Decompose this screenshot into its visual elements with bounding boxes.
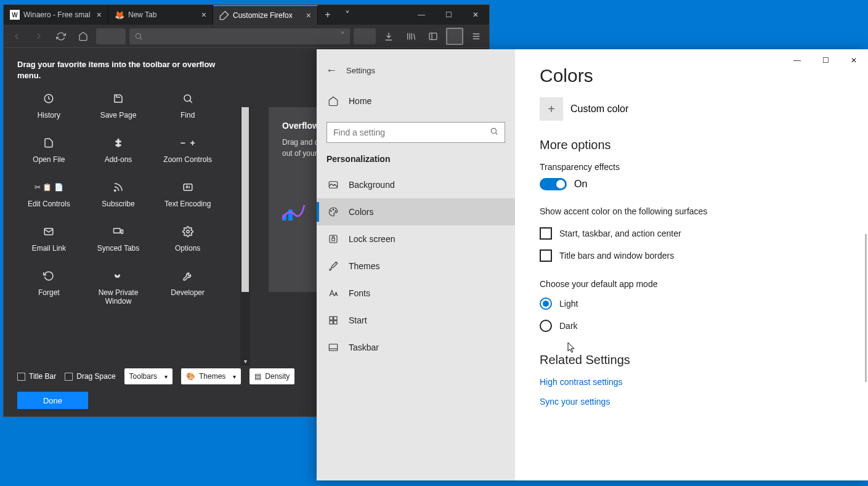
close-icon[interactable]: × <box>306 10 311 20</box>
sidebar-item-home[interactable]: Home <box>317 87 515 115</box>
minimize-button[interactable]: — <box>783 49 811 71</box>
svg-point-0 <box>136 33 140 38</box>
custom-color-button[interactable]: + Custom color <box>540 97 843 121</box>
item-synced-tabs[interactable]: Synced Tabs <box>87 225 150 253</box>
sidebar-item-lockscreen[interactable]: Lock screen <box>317 225 515 253</box>
scrollbar[interactable]: ▾ <box>240 107 250 366</box>
item-find[interactable]: Find <box>156 92 219 119</box>
close-icon[interactable]: × <box>201 10 206 20</box>
item-label: Email Link <box>32 244 66 253</box>
item-options[interactable]: Options <box>156 225 219 253</box>
search-field[interactable] <box>333 128 490 137</box>
palette-icon <box>328 206 339 217</box>
nav-toolbar: ˅ <box>4 25 489 48</box>
radio-light[interactable]: Light <box>540 298 843 310</box>
addons-icon <box>113 137 124 149</box>
nav-label: Taskbar <box>349 342 379 352</box>
item-label: Synced Tabs <box>97 244 140 253</box>
scroll-thumb[interactable] <box>241 107 249 292</box>
search-input[interactable] <box>327 122 505 143</box>
reload-button[interactable] <box>52 27 70 46</box>
select-label: Toolbars <box>129 372 157 381</box>
item-private-window[interactable]: New Private Window <box>87 270 150 306</box>
flex-space[interactable] <box>96 28 126 44</box>
scrollbar[interactable] <box>865 234 867 382</box>
svg-point-9 <box>186 230 189 233</box>
item-history[interactable]: History <box>17 92 81 119</box>
checkbox-label: Title Bar <box>29 372 56 381</box>
menu-button[interactable] <box>467 27 485 46</box>
item-save-page[interactable]: Save Page <box>87 92 150 119</box>
item-edit-controls[interactable]: ✂ 📋 📄Edit Controls <box>17 181 81 208</box>
svg-rect-8 <box>121 230 123 233</box>
sidebar-item-background[interactable]: Background <box>317 171 515 198</box>
themes-select[interactable]: 🎨Themes▾ <box>181 368 241 384</box>
close-icon[interactable]: × <box>97 10 102 20</box>
svg-rect-7 <box>113 229 120 233</box>
tab-winaero[interactable]: W Winaero - Free smal × <box>4 5 108 25</box>
item-label: New Private Window <box>87 288 150 306</box>
svg-rect-11 <box>288 209 293 221</box>
tab-label: Winaero - Free smal <box>23 10 91 19</box>
done-button[interactable]: Done <box>17 392 88 409</box>
account-button[interactable] <box>446 28 463 45</box>
wrench-icon <box>182 270 193 282</box>
sidebar-item-colors[interactable]: Colors <box>317 198 515 225</box>
history-icon <box>43 92 54 105</box>
item-zoom[interactable]: − +Zoom Controls <box>156 137 219 164</box>
sidebar-button[interactable] <box>424 27 442 46</box>
chevron-down-icon[interactable]: ˅ <box>340 30 345 42</box>
radio-dark[interactable]: Dark <box>540 320 843 332</box>
sidebar-item-start[interactable]: Start <box>317 307 515 334</box>
maximize-button[interactable]: ☐ <box>811 49 840 71</box>
nav-label: Themes <box>349 261 380 271</box>
dragspace-checkbox[interactable]: Drag Space <box>65 372 115 381</box>
maximize-button[interactable]: ☐ <box>435 5 462 25</box>
toolbar-items-grid: History Save Page Find Open File Add-ons… <box>17 92 237 306</box>
lock-icon <box>328 233 339 245</box>
item-addons[interactable]: Add-ons <box>87 137 150 164</box>
item-label: Developer <box>171 288 205 297</box>
edit-controls-icon: ✂ 📋 📄 <box>34 181 63 193</box>
item-text-encoding[interactable]: Text Encoding <box>156 181 219 208</box>
minimize-button[interactable]: — <box>408 5 435 25</box>
svg-point-15 <box>333 209 334 211</box>
chk-titlebars[interactable]: Title bars and window borders <box>540 249 843 262</box>
plus-icon: + <box>540 97 563 121</box>
item-forget[interactable]: Forget <box>17 270 81 306</box>
toggle-value: On <box>574 179 587 190</box>
chk-start-taskbar[interactable]: Start, taskbar, and action center <box>540 227 843 240</box>
zoom-icon: − + <box>180 137 195 149</box>
item-email-link[interactable]: Email Link <box>17 225 81 253</box>
forward-button[interactable] <box>30 27 48 46</box>
sidebar-item-themes[interactable]: Themes <box>317 253 515 280</box>
item-open-file[interactable]: Open File <box>17 137 81 164</box>
sidebar-item-fonts[interactable]: Fonts <box>317 280 515 307</box>
transparency-toggle[interactable] <box>540 178 567 190</box>
item-developer[interactable]: Developer <box>156 270 219 306</box>
chevron-down-icon: ▾ <box>164 373 168 380</box>
tab-newtab[interactable]: 🦊 New Tab × <box>108 5 213 25</box>
item-label: Add-ons <box>105 155 132 164</box>
titlebar-checkbox[interactable]: Title Bar <box>17 372 56 381</box>
tab-customize[interactable]: Customize Firefox × <box>213 5 318 25</box>
svg-point-16 <box>335 211 336 212</box>
link-high-contrast[interactable]: High contrast settings <box>540 377 843 387</box>
item-subscribe[interactable]: Subscribe <box>87 181 150 208</box>
back-button[interactable]: ← <box>317 57 346 84</box>
library-button[interactable] <box>402 27 420 46</box>
home-button[interactable] <box>74 27 92 46</box>
url-bar[interactable]: ˅ <box>129 28 350 44</box>
tabs-dropdown-icon[interactable]: ˅ <box>338 5 357 25</box>
link-sync-settings[interactable]: Sync your settings <box>540 397 843 407</box>
sidebar-item-taskbar[interactable]: Taskbar <box>317 334 515 361</box>
downloads-button[interactable] <box>379 27 398 46</box>
custom-color-label: Custom color <box>570 103 628 115</box>
density-select[interactable]: ▤Density <box>249 368 294 384</box>
toolbars-select[interactable]: Toolbars▾ <box>124 368 172 384</box>
close-button[interactable]: ✕ <box>840 49 868 71</box>
close-button[interactable]: ✕ <box>462 5 489 25</box>
flex-space[interactable] <box>354 28 376 44</box>
back-button[interactable] <box>7 27 26 46</box>
new-tab-button[interactable]: + <box>318 5 338 25</box>
